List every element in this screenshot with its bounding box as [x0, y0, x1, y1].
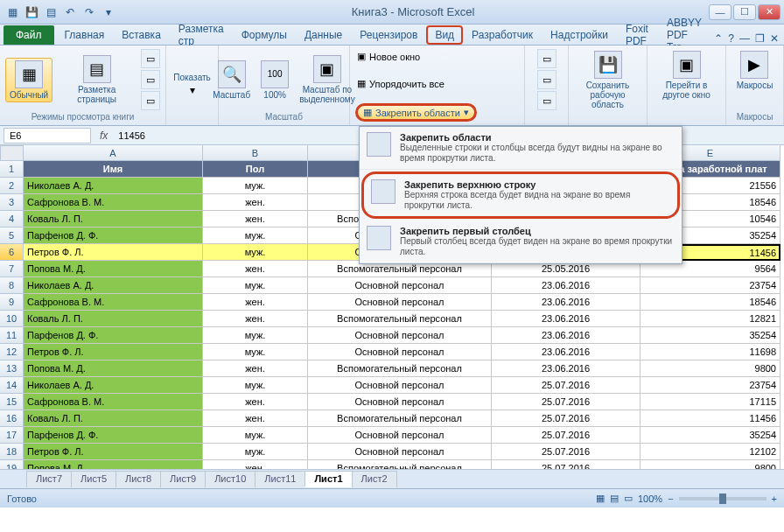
redo-icon[interactable]: ↷ — [80, 4, 98, 21]
cell[interactable]: жен. — [203, 311, 308, 327]
zoom-value[interactable]: 100% — [638, 494, 662, 504]
zoom-selection-button[interactable]: ▣Масштаб по выделенному — [296, 53, 359, 106]
view-normal-icon[interactable]: ▦ — [596, 493, 605, 504]
cell[interactable]: 23.06.2016 — [492, 294, 640, 311]
cell[interactable]: Коваль Л. П. — [24, 311, 203, 327]
header-cell[interactable]: Имя — [24, 161, 203, 178]
cell[interactable]: жен. — [203, 294, 308, 311]
cell[interactable]: Коваль Л. П. — [24, 410, 203, 427]
row-header[interactable]: 12 — [0, 344, 24, 360]
zoom-in-icon[interactable]: + — [772, 494, 777, 504]
cell[interactable]: Вспомогательный персонал — [308, 360, 492, 377]
ribbon-tab[interactable]: Вставка — [113, 25, 170, 45]
cell[interactable]: Парфенов Д. Ф. — [24, 228, 203, 244]
cell[interactable]: Основной персонал — [308, 294, 492, 311]
qat-btn[interactable]: ▤ — [42, 4, 60, 21]
sheet-tab[interactable]: Лист2 — [352, 471, 397, 487]
cell[interactable]: 23754 — [640, 377, 780, 394]
sheet-tab[interactable]: Лист11 — [255, 471, 305, 487]
header-cell[interactable]: Пол — [203, 161, 308, 178]
row-header[interactable]: 18 — [0, 444, 24, 460]
cell[interactable]: 12102 — [640, 444, 780, 460]
ribbon-tab[interactable]: Разметка стр — [170, 25, 233, 45]
cell[interactable]: муж. — [203, 327, 308, 344]
cell[interactable]: Попова М. Д. — [24, 460, 203, 469]
cell[interactable]: муж. — [203, 444, 308, 460]
split-button[interactable]: ▭ — [537, 49, 556, 68]
cell[interactable]: Попова М. Д. — [24, 360, 203, 377]
cell[interactable]: жен. — [203, 211, 308, 228]
zoom-slider[interactable] — [679, 497, 766, 500]
cell[interactable]: Основной персонал — [308, 427, 492, 444]
freeze-panes-option[interactable]: Закрепить областиВыделенные строки и сто… — [360, 127, 682, 170]
zoom-button[interactable]: 🔍Масштаб — [209, 59, 254, 102]
row-header[interactable]: 7 — [0, 261, 24, 277]
cell[interactable]: Попова М. Д. — [24, 261, 203, 277]
row-header[interactable]: 10 — [0, 311, 24, 327]
cell[interactable]: Основной персонал — [308, 377, 492, 394]
ribbon-tab[interactable]: Главная — [56, 25, 114, 45]
cell[interactable]: 35254 — [640, 327, 780, 344]
cell[interactable]: Основной персонал — [308, 277, 492, 294]
zoom-100-button[interactable]: 100100% — [257, 59, 292, 102]
cell[interactable]: 25.07.2016 — [492, 427, 640, 444]
cell[interactable]: 23.06.2016 — [492, 327, 640, 344]
ribbon-tab[interactable]: Разработчик — [463, 25, 542, 45]
sheet-tab[interactable]: Лист9 — [160, 471, 206, 487]
cell[interactable]: Основной персонал — [308, 394, 492, 410]
cell[interactable]: Вспомогательный персонал — [308, 460, 492, 469]
cell[interactable]: Николаев А. Д. — [24, 178, 203, 194]
fx-icon[interactable]: fx — [94, 130, 113, 142]
sheet-tab[interactable]: Лист1 — [304, 471, 352, 487]
ribbon-tab[interactable]: Вид — [426, 25, 463, 45]
cell[interactable]: жен. — [203, 194, 308, 211]
row-header[interactable]: 17 — [0, 427, 24, 444]
view-pagelayout-button[interactable]: ▤Разметка страницы — [56, 53, 137, 106]
file-tab[interactable]: Файл — [4, 25, 54, 45]
row-header[interactable]: 6 — [0, 244, 24, 261]
cell[interactable]: 17115 — [640, 394, 780, 410]
cell[interactable]: Петров Ф. Л. — [24, 244, 203, 261]
ribbon-tab[interactable]: Рецензиров — [351, 25, 426, 45]
view-layout-icon[interactable]: ▤ — [610, 493, 619, 504]
cell[interactable]: 25.07.2016 — [492, 377, 640, 394]
doc-restore-icon[interactable]: ❐ — [755, 32, 765, 45]
cell[interactable]: Сафронова В. М. — [24, 394, 203, 410]
minimize-ribbon-icon[interactable]: ⌃ — [714, 32, 723, 45]
cell[interactable]: Парфенов Д. Ф. — [24, 427, 203, 444]
cell[interactable]: муж. — [203, 228, 308, 244]
ribbon-tab[interactable]: Надстройки — [542, 25, 617, 45]
cell[interactable]: 9800 — [640, 460, 780, 469]
zoom-out-icon[interactable]: − — [668, 494, 673, 504]
row-header[interactable]: 15 — [0, 394, 24, 410]
cell[interactable]: жен. — [203, 360, 308, 377]
row-header[interactable]: 9 — [0, 294, 24, 311]
cell[interactable]: муж. — [203, 344, 308, 360]
cell[interactable]: 23.06.2016 — [492, 344, 640, 360]
cell[interactable]: 25.07.2016 — [492, 394, 640, 410]
col-header[interactable]: B — [203, 145, 308, 161]
cell[interactable]: 23754 — [640, 277, 780, 294]
cell[interactable]: 35254 — [640, 427, 780, 444]
close-button[interactable]: ✕ — [758, 4, 780, 20]
cell[interactable]: Основной персонал — [308, 444, 492, 460]
view-break-icon[interactable]: ▭ — [624, 493, 633, 504]
cell[interactable]: Сафронова В. М. — [24, 194, 203, 211]
ribbon-tab[interactable]: Данные — [296, 25, 351, 45]
row-header[interactable]: 5 — [0, 228, 24, 244]
doc-close-icon[interactable]: ✕ — [770, 32, 779, 45]
row-header[interactable]: 8 — [0, 277, 24, 294]
unhide-button[interactable]: ▭ — [537, 91, 556, 110]
cell[interactable]: 25.07.2016 — [492, 460, 640, 469]
cell[interactable]: 25.07.2016 — [492, 410, 640, 427]
macros-button[interactable]: ▶Макросы — [733, 49, 777, 92]
row-header[interactable]: 2 — [0, 178, 24, 194]
ribbon-tab[interactable]: Формулы — [233, 25, 296, 45]
sheet-tab[interactable]: Лист8 — [116, 471, 161, 487]
excel-icon[interactable]: ▦ — [4, 4, 21, 21]
cell[interactable]: муж. — [203, 178, 308, 194]
cell[interactable]: Вспомогательный персонал — [308, 410, 492, 427]
cell[interactable]: 11698 — [640, 344, 780, 360]
col-header[interactable]: A — [24, 145, 203, 161]
cell[interactable]: Основной персонал — [308, 344, 492, 360]
